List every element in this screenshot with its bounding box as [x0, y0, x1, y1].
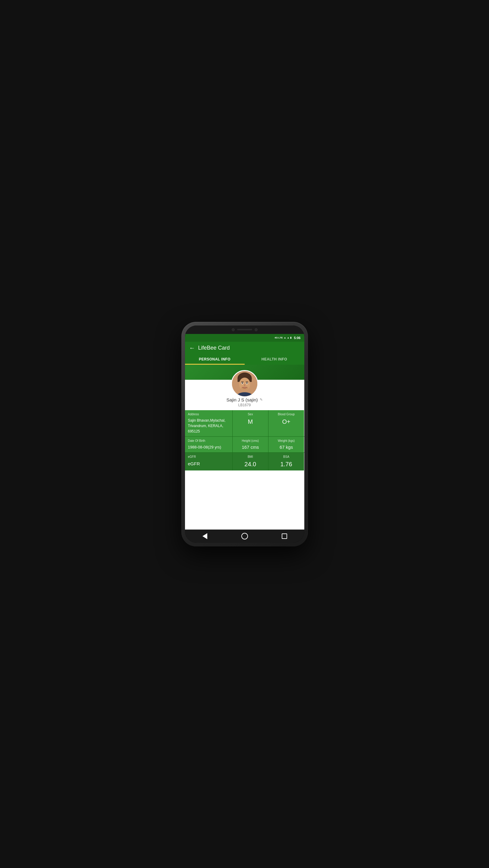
cell-weight: Weight (kgs) 67 kgs: [268, 437, 304, 453]
label-weight: Weight (kgs): [271, 439, 301, 442]
sensor: [255, 328, 258, 331]
value-egfr: eGFR: [188, 461, 229, 467]
app-content: ← LifeBee Card PERSONAL INFO HEALTH INFO: [185, 342, 304, 543]
cell-height: Height (cms) 167 cms: [233, 437, 268, 453]
cell-address: Address Sajin Bhavan,Mylachal, Trivandru…: [185, 410, 233, 436]
tabs-container: PERSONAL INFO HEALTH INFO: [185, 354, 304, 365]
svg-rect-8: [241, 381, 243, 382]
nav-recent-button[interactable]: [280, 532, 289, 540]
avatar: [231, 370, 258, 397]
svg-point-7: [246, 382, 247, 384]
signal-icon-2: ▲: [287, 336, 290, 339]
info-grid: Address Sajin Bhavan,Mylachal, Trivandru…: [185, 410, 304, 530]
cell-bsa: BSA 1.76: [268, 453, 304, 470]
profile-id: LB1679: [185, 403, 304, 407]
tab-health-info[interactable]: HEALTH INFO: [244, 354, 304, 365]
battery-icon: ▮: [290, 336, 291, 339]
app-header: ← LifeBee Card: [185, 342, 304, 354]
svg-point-6: [242, 382, 243, 384]
network-icon: 4G LTE: [274, 336, 283, 339]
nav-back-button[interactable]: [201, 532, 209, 540]
app-title: LifeBee Card: [198, 345, 230, 351]
label-bmi: BMI: [236, 455, 265, 458]
front-camera: [232, 328, 235, 331]
cell-blood-group: Blood Group O+: [268, 410, 304, 436]
phone-screen: 4G LTE ▲ ▲ ▮ 5:06 ← LifeBee Card PERSONA…: [185, 326, 304, 543]
nav-back-icon: [202, 533, 207, 539]
cell-bmi: BMI 24.0: [233, 453, 268, 470]
value-weight: 67 kgs: [271, 444, 301, 450]
label-dob: Date Of Birth: [188, 439, 229, 442]
value-dob: 1988-08-08(29 yrs): [188, 445, 229, 450]
nav-home-button[interactable]: [240, 532, 249, 540]
value-height: 167 cms: [236, 444, 265, 450]
earpiece-speaker: [237, 329, 252, 330]
edit-icon[interactable]: ✎: [260, 398, 263, 402]
value-address: Sajin Bhavan,Mylachal, Trivandrum, KERAL…: [188, 418, 229, 434]
back-button[interactable]: ←: [189, 345, 195, 351]
label-sex: Sex: [236, 412, 265, 416]
status-icons: 4G LTE ▲ ▲ ▮: [274, 336, 291, 339]
svg-point-10: [244, 384, 245, 386]
nav-recent-icon: [282, 533, 287, 539]
label-height: Height (cms): [236, 439, 265, 442]
label-address: Address: [188, 412, 229, 416]
status-bar: 4G LTE ▲ ▲ ▮ 5:06: [185, 334, 304, 342]
value-bsa: 1.76: [271, 460, 301, 468]
grid-row-2: Date Of Birth 1988-08-08(29 yrs) Height …: [185, 436, 304, 453]
value-blood-group: O+: [271, 418, 301, 426]
grid-row-1: Address Sajin Bhavan,Mylachal, Trivandru…: [185, 410, 304, 436]
profile-white-area: Sajin J S (sajin) ✎ LB1679: [185, 380, 304, 410]
cell-egfr: eGFR eGFR: [185, 453, 233, 470]
profile-section: Sajin J S (sajin) ✎ LB1679: [185, 365, 304, 410]
value-sex: M: [236, 418, 265, 426]
phone-top-bar: [185, 326, 304, 334]
nav-home-icon: [241, 533, 248, 539]
signal-icon: ▲: [284, 336, 286, 339]
label-egfr: eGFR: [188, 455, 229, 458]
profile-name: Sajin J S (sajin) ✎: [185, 397, 304, 402]
avatar-container: [185, 370, 304, 397]
grid-row-3: eGFR eGFR BMI 24.0 BSA 1.76: [185, 453, 304, 470]
label-bsa: BSA: [271, 455, 301, 458]
svg-point-11: [241, 386, 248, 390]
label-blood-group: Blood Group: [271, 412, 301, 416]
tab-personal-info[interactable]: PERSONAL INFO: [185, 354, 244, 365]
cell-sex: Sex M: [233, 410, 268, 436]
status-time: 5:06: [294, 336, 300, 340]
nav-bar: [185, 530, 304, 543]
cell-dob: Date Of Birth 1988-08-08(29 yrs): [185, 437, 233, 453]
svg-rect-9: [246, 381, 248, 382]
phone-device: 4G LTE ▲ ▲ ▮ 5:06 ← LifeBee Card PERSONA…: [182, 322, 308, 547]
value-bmi: 24.0: [236, 460, 265, 468]
